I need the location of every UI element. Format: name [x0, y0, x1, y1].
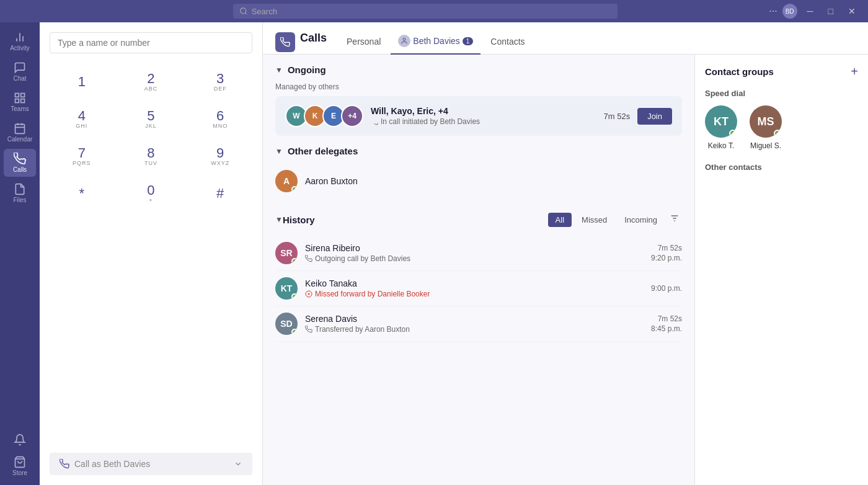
tab-beth-davies[interactable]: Beth Davies 1	[391, 30, 480, 55]
content-area: 1 2 ABC 3 DEF 4 GHI 5 JKL	[40, 22, 868, 485]
dialpad-key-8[interactable]: 8 TUV	[119, 140, 184, 172]
outgoing-call-icon	[305, 255, 312, 262]
more-options-button[interactable]: ···	[769, 6, 777, 17]
sidebar-item-teams[interactable]: Teams	[4, 88, 36, 116]
calls-content: ▼ Ongoing Managed by others W K E +4 Wil…	[263, 55, 694, 484]
sidebar-item-calendar-label: Calendar	[7, 136, 33, 143]
chevron-down-icon	[234, 460, 242, 468]
minimize-button[interactable]: ─	[802, 5, 818, 17]
search-input[interactable]	[252, 7, 611, 16]
user-avatar[interactable]: BD	[782, 4, 797, 19]
dialpad-key-4[interactable]: 4 GHI	[50, 103, 114, 135]
missed-call-icon	[305, 290, 312, 298]
call-subtitle-icon	[371, 118, 378, 125]
titlebar-actions: ··· BD ─ □ ✕	[769, 4, 861, 19]
ongoing-title: Ongoing	[288, 65, 326, 75]
speed-dial-miguel[interactable]: MS Miguel S.	[750, 105, 782, 150]
svg-rect-4	[16, 99, 19, 103]
history-duration-3: 7m 52s	[651, 314, 682, 323]
sidebar-item-calls[interactable]: Calls	[4, 149, 36, 177]
delegates-toggle[interactable]: ▼	[275, 147, 283, 156]
sidebar-item-activity[interactable]: Activity	[4, 27, 36, 55]
speed-dial-keiko[interactable]: KT Keiko T.	[705, 105, 737, 150]
ongoing-toggle[interactable]: ▼	[275, 66, 283, 74]
sidebar-item-files[interactable]: Files	[4, 179, 36, 207]
join-button[interactable]: Join	[637, 108, 672, 125]
add-contact-group-button[interactable]: +	[851, 65, 858, 79]
keiko-avatar: KT	[705, 105, 737, 138]
calls-header-svg	[280, 37, 290, 47]
dialpad-grid: 1 2 ABC 3 DEF 4 GHI 5 JKL	[50, 66, 252, 210]
dialpad-key-6[interactable]: 6 MNO	[188, 103, 252, 135]
tab-contacts[interactable]: Contacts	[483, 32, 532, 53]
history-toggle[interactable]: ▼	[275, 215, 283, 224]
sidebar-item-calls-label: Calls	[13, 166, 27, 173]
svg-point-0	[241, 8, 246, 14]
call-info: Will, Kayo, Eric, +4 In call initiated b…	[371, 106, 604, 126]
dialpad-key-2[interactable]: 2 ABC	[119, 66, 184, 98]
history-info-1: Sirena Ribeiro Outgoing call by Beth Dav…	[305, 243, 644, 263]
dialpad-panel: 1 2 ABC 3 DEF 4 GHI 5 JKL	[40, 22, 263, 485]
history-detail-text-2: Missed forward by Danielle Booker	[315, 290, 430, 298]
tab-personal[interactable]: Personal	[339, 32, 388, 53]
history-detail-text-3: Transferred by Aaron Buxton	[315, 325, 410, 334]
delegate-avatar: A	[275, 170, 298, 192]
files-icon	[14, 183, 26, 195]
online-indicator	[291, 186, 298, 192]
chat-icon	[14, 61, 26, 74]
svg-line-1	[246, 13, 247, 14]
call-subtitle-text: In call initiated by Beth Davies	[381, 117, 480, 126]
call-avatars: W K E +4	[285, 105, 363, 127]
calls-title: Calls	[300, 32, 327, 52]
name-number-input[interactable]	[50, 32, 252, 53]
history-name-1: Sirena Ribeiro	[305, 243, 644, 253]
sidebar-item-files-label: Files	[13, 197, 26, 203]
filter-all-button[interactable]: All	[548, 213, 572, 227]
delegate-item: A Aaron Buxton	[275, 164, 682, 198]
main-panel: Calls Personal Beth Davies 1 Contacts	[263, 22, 868, 485]
filter-incoming-button[interactable]: Incoming	[617, 213, 665, 227]
delegate-name: Aaron Buxton	[305, 176, 358, 186]
store-icon	[14, 456, 26, 468]
ongoing-section-header: ▼ Ongoing	[275, 65, 682, 75]
calendar-icon	[14, 122, 26, 135]
sidebar-item-store[interactable]: Store	[4, 452, 36, 480]
managed-by-others-label: Managed by others	[275, 82, 682, 91]
history-avatar-2: KT	[275, 277, 298, 300]
phone-icon	[60, 459, 69, 469]
search-icon	[239, 7, 248, 16]
history-avatar-3: SD	[275, 313, 298, 335]
history-name-3: Serena Davis	[305, 314, 644, 324]
dialpad-key-0[interactable]: 0 +	[119, 177, 184, 210]
history-section-header: ▼ History All Missed Incoming	[275, 211, 682, 228]
dialpad-key-1[interactable]: 1	[50, 66, 114, 98]
right-panel: Contact groups + Speed dial KT Keiko T.	[694, 55, 868, 484]
transfer-icon	[305, 326, 312, 333]
filter-options-icon[interactable]	[667, 211, 682, 228]
history-item-2: KT Keiko Tanaka Missed forward by Daniel…	[275, 271, 682, 306]
call-participants: Will, Kayo, Eric, +4	[371, 106, 604, 116]
call-as-button[interactable]: Call as Beth Davies	[50, 453, 252, 475]
search-bar[interactable]	[233, 4, 618, 19]
close-button[interactable]: ✕	[843, 5, 861, 17]
maximize-button[interactable]: □	[823, 5, 838, 17]
app-body: Activity Chat Teams Calendar Calls	[0, 22, 868, 485]
filter-missed-button[interactable]: Missed	[574, 213, 614, 227]
dialpad-key-3[interactable]: 3 DEF	[188, 66, 252, 98]
speed-dial-title: Speed dial	[705, 89, 858, 98]
dialpad-key-star[interactable]: *	[50, 177, 114, 210]
dialpad-key-9[interactable]: 9 WXYZ	[188, 140, 252, 172]
history-info-3: Serena Davis Transferred by Aaron Buxton	[305, 314, 644, 334]
contact-groups-header: Contact groups +	[705, 65, 858, 79]
history-item-3: SD Serena Davis Transferred by Aaron Bux…	[275, 306, 682, 342]
call-subtitle: In call initiated by Beth Davies	[371, 117, 604, 126]
dialpad-key-hash[interactable]: #	[188, 177, 252, 210]
miguel-online-dot	[774, 130, 781, 137]
svg-point-11	[403, 38, 405, 41]
sidebar-item-chat[interactable]: Chat	[4, 58, 36, 86]
dialpad-key-5[interactable]: 5 JKL	[119, 103, 184, 135]
sidebar-item-notifications[interactable]	[4, 430, 36, 450]
dialpad-key-7[interactable]: 7 PQRS	[50, 140, 114, 172]
svg-rect-3	[21, 94, 25, 97]
sidebar-item-calendar[interactable]: Calendar	[4, 118, 36, 146]
